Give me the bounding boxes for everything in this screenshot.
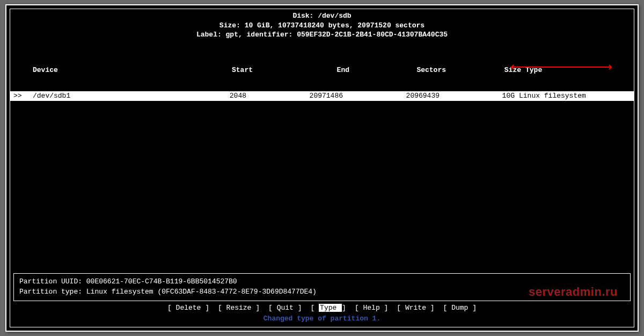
menu-label: Resize <box>226 304 252 312</box>
table-row[interactable]: >>/dev/sdb12048209714862096943910GLinux … <box>10 91 634 101</box>
status-line: Changed type of partition 1. <box>10 315 634 323</box>
menu-label: Dump <box>451 304 468 312</box>
terminal-inner: Disk: /dev/sdb Size: 10 GiB, 10737418240… <box>10 9 634 327</box>
cell-sectors: 20969439 <box>343 91 440 101</box>
cell-type: Linux filesystem <box>515 91 631 101</box>
menu-item-help[interactable]: [ Help ] <box>355 304 388 312</box>
menu-label: Help <box>363 304 380 312</box>
menu-item-write[interactable]: [ Write ] <box>397 304 434 312</box>
label-line: Label: gpt, identifier: 059EF32D-2C1B-2B… <box>10 30 634 40</box>
cell-end: 20971486 <box>246 91 343 101</box>
menu-label: Delete <box>176 304 201 312</box>
col-end: End <box>253 65 349 75</box>
cell-device: /dev/sdb1 <box>26 91 144 101</box>
col-sectors: Sectors <box>349 65 446 75</box>
menu-item-dump[interactable]: [ Dump ] <box>443 304 477 312</box>
menu-label: Write <box>405 304 426 312</box>
col-size: Size <box>446 65 521 75</box>
partition-info: Partition UUID: 00E06621-70EC-C74B-B119-… <box>13 273 631 301</box>
partition-uuid: Partition UUID: 00E06621-70EC-C74B-B119-… <box>19 277 625 287</box>
cell-size: 10G <box>440 91 515 101</box>
menu-item-resize[interactable]: [ Resize ] <box>218 304 260 312</box>
menu-item-type[interactable]: [ Type ] <box>310 304 346 312</box>
menu-item-quit[interactable]: [ Quit ] <box>268 304 302 312</box>
annotation-underline <box>510 64 612 69</box>
partition-table: Device Start End Sectors Size Type >>/de… <box>10 49 634 117</box>
menu-bar: [ Delete ][ Resize ][ Quit ][ Type ][ He… <box>10 304 634 312</box>
partition-type: Partition type: Linux filesystem (0FC63D… <box>19 287 625 297</box>
cell-start: 2048 <box>144 91 246 101</box>
disk-header: Disk: /dev/sdb Size: 10 GiB, 10737418240… <box>10 10 634 40</box>
col-device: Device <box>33 65 151 75</box>
menu-label: Type <box>319 304 342 312</box>
disk-line: Disk: /dev/sdb <box>10 11 634 21</box>
cell-marker: >> <box>13 91 26 101</box>
size-line: Size: 10 GiB, 10737418240 bytes, 2097152… <box>10 21 634 31</box>
menu-label: Quit <box>277 304 294 312</box>
col-start: Start <box>151 65 253 75</box>
terminal-window: Disk: /dev/sdb Size: 10 GiB, 10737418240… <box>5 4 639 332</box>
menu-item-delete[interactable]: [ Delete ] <box>167 304 209 312</box>
